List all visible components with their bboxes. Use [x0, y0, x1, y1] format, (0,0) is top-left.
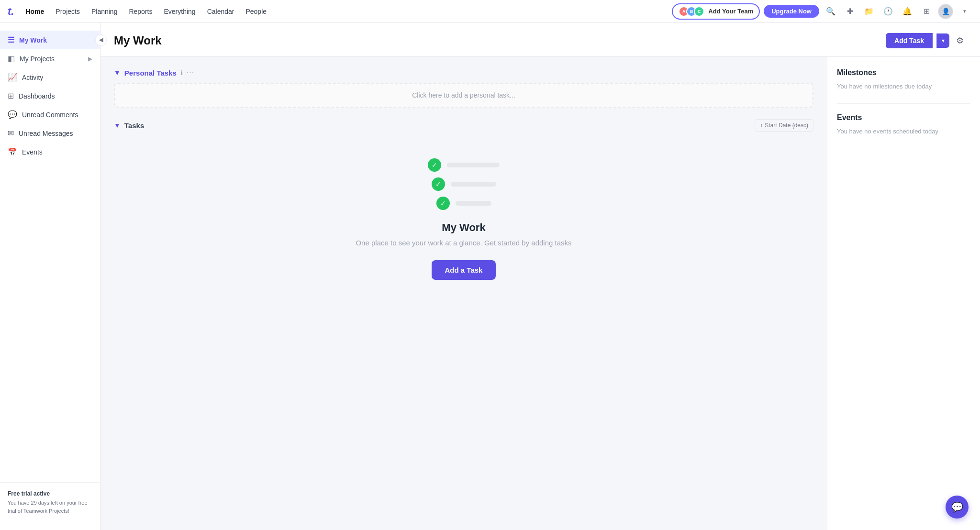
my-projects-icon: ◧	[8, 54, 15, 63]
sort-icon: ↕	[760, 122, 763, 129]
grid-icon[interactable]: ⊞	[919, 4, 934, 19]
check-icon-3: ✓	[436, 197, 450, 210]
add-team-label: Add Your Team	[708, 8, 753, 15]
empty-add-task-button[interactable]: Add a Task	[432, 260, 496, 280]
team-avatars: A B C	[679, 6, 704, 17]
nav-planning[interactable]: Planning	[88, 6, 122, 17]
sidebar-footer: Free trial active You have 29 days left …	[0, 482, 100, 522]
check-line-3	[456, 201, 491, 206]
sidebar-item-my-work[interactable]: ☰ My Work ◀	[0, 31, 100, 49]
chevron-right-icon: ▶	[88, 55, 92, 62]
sidebar: ☰ My Work ◀ ◧ My Projects ▶ 📈 Activity ⊞…	[0, 23, 100, 530]
chat-bubble[interactable]: 💬	[946, 496, 969, 519]
events-icon: 📅	[8, 147, 17, 156]
events-empty-text: You have no events scheduled today	[837, 128, 970, 135]
sidebar-item-label-my-work: My Work	[19, 36, 47, 44]
settings-button[interactable]: ⚙	[953, 33, 967, 49]
personal-tasks-title: Personal Tasks	[124, 69, 177, 77]
events-title: Events	[837, 113, 970, 122]
sidebar-item-label-activity: Activity	[22, 74, 43, 81]
check-row-1: ✓	[428, 158, 500, 172]
upgrade-button[interactable]: Upgrade Now	[764, 5, 819, 18]
tasks-section-header: ▼ Tasks ↕ Start Date (desc)	[114, 119, 813, 132]
sidebar-item-unread-messages[interactable]: ✉ Unread Messages	[0, 124, 100, 143]
check-icon-1: ✓	[428, 158, 441, 172]
nav-calendar[interactable]: Calendar	[203, 6, 238, 17]
sidebar-item-label-my-projects: My Projects	[20, 55, 55, 63]
folder-icon[interactable]: 📁	[861, 4, 877, 19]
sort-button[interactable]: ↕ Start Date (desc)	[755, 119, 813, 132]
add-team-button[interactable]: A B C Add Your Team	[672, 3, 760, 20]
check-line-1	[447, 163, 500, 167]
milestones-title: Milestones	[837, 68, 970, 77]
trial-title: Free trial active	[8, 490, 92, 497]
sidebar-item-label-dashboards: Dashboards	[19, 92, 55, 100]
chat-icon: 💬	[951, 501, 963, 513]
activity-icon: 📈	[8, 73, 17, 82]
trial-text: You have 29 days left on your free trial…	[8, 499, 92, 515]
check-row-2: ✓	[432, 177, 496, 191]
sidebar-item-my-projects[interactable]: ◧ My Projects ▶	[0, 49, 100, 68]
avatar-3: C	[694, 6, 704, 17]
panel-divider	[837, 103, 970, 104]
check-line-2	[451, 182, 496, 187]
dashboards-icon: ⊞	[8, 91, 14, 100]
messages-icon: ✉	[8, 129, 14, 138]
tasks-panel: ▼ Personal Tasks ℹ ··· Click here to add…	[100, 57, 827, 530]
my-work-icon: ☰	[8, 35, 14, 44]
add-task-dropdown-button[interactable]: ▾	[936, 33, 949, 48]
comments-icon: 💬	[8, 110, 17, 119]
personal-tasks-info-icon[interactable]: ℹ	[180, 69, 183, 77]
sidebar-item-activity[interactable]: 📈 Activity	[0, 68, 100, 87]
page-title: My Work	[114, 34, 162, 47]
nav-reports[interactable]: Reports	[125, 6, 156, 17]
add-task-button[interactable]: Add Task	[886, 33, 933, 48]
main-content: My Work Add Task ▾ ⚙ ▼ Personal Tasks ℹ …	[100, 23, 980, 530]
sidebar-item-events[interactable]: 📅 Events	[0, 143, 100, 161]
personal-task-placeholder[interactable]: Click here to add a personal task...	[114, 83, 813, 108]
sidebar-item-label-unread-messages: Unread Messages	[19, 130, 73, 137]
search-icon[interactable]: 🔍	[823, 4, 838, 19]
sidebar-item-label-unread-comments: Unread Comments	[22, 111, 78, 119]
notifications-icon[interactable]: 🔔	[900, 4, 915, 19]
user-avatar[interactable]: 👤	[938, 4, 953, 19]
add-icon[interactable]: ✚	[842, 4, 858, 19]
sidebar-collapse-button[interactable]: ◀	[95, 34, 107, 46]
tasks-title: Tasks	[124, 121, 144, 130]
user-dropdown-icon[interactable]: ▾	[957, 4, 972, 19]
empty-checks: ✓ ✓ ✓	[123, 158, 804, 210]
top-navigation: t. Home Projects Planning Reports Everyt…	[0, 0, 980, 23]
empty-state: ✓ ✓ ✓ My Work One place to see	[114, 139, 813, 299]
app-layout: ☰ My Work ◀ ◧ My Projects ▶ 📈 Activity ⊞…	[0, 23, 980, 530]
personal-tasks-toggle[interactable]: ▼	[114, 69, 121, 77]
sidebar-item-unread-comments[interactable]: 💬 Unread Comments	[0, 105, 100, 124]
nav-projects[interactable]: Projects	[52, 6, 84, 17]
header-actions: Add Task ▾ ⚙	[886, 33, 967, 49]
main-header: My Work Add Task ▾ ⚙	[100, 23, 980, 57]
nav-everything[interactable]: Everything	[160, 6, 199, 17]
milestones-empty-text: You have no milestones due today	[837, 83, 970, 90]
personal-tasks-more-icon[interactable]: ···	[187, 68, 194, 77]
sidebar-item-dashboards[interactable]: ⊞ Dashboards	[0, 87, 100, 105]
content-area: ▼ Personal Tasks ℹ ··· Click here to add…	[100, 57, 980, 530]
sort-label: Start Date (desc)	[765, 122, 808, 129]
right-panel: Milestones You have no milestones due to…	[827, 57, 980, 530]
history-icon[interactable]: 🕐	[880, 4, 896, 19]
empty-state-title: My Work	[123, 221, 804, 234]
check-row-3: ✓	[436, 197, 491, 210]
empty-state-subtitle: One place to see your work at a glance. …	[123, 239, 804, 247]
personal-tasks-header: ▼ Personal Tasks ℹ ···	[114, 68, 813, 77]
brand-logo[interactable]: t.	[8, 5, 14, 18]
nav-people[interactable]: People	[242, 6, 270, 17]
tasks-toggle[interactable]: ▼	[114, 121, 121, 129]
sidebar-item-label-events: Events	[22, 148, 43, 156]
nav-home[interactable]: Home	[22, 6, 48, 17]
tasks-title-row: ▼ Tasks	[114, 121, 144, 130]
check-icon-2: ✓	[432, 177, 445, 191]
